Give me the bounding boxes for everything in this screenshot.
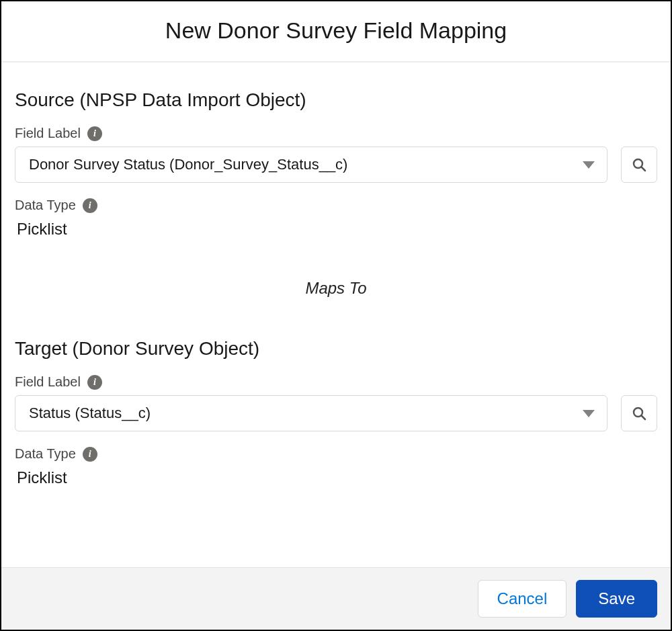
info-icon[interactable]: i <box>87 126 102 141</box>
source-field-label-row: Field Label i <box>15 126 657 141</box>
search-icon <box>631 405 647 421</box>
target-section: Target (Donor Survey Object) Field Label… <box>15 338 657 487</box>
info-icon[interactable]: i <box>83 447 97 462</box>
target-control-row: Status (Status__c) <box>15 395 657 431</box>
save-button[interactable]: Save <box>576 580 657 618</box>
target-field-label-row: Field Label i <box>15 374 657 390</box>
chevron-down-icon <box>583 161 595 169</box>
cancel-button[interactable]: Cancel <box>478 580 567 618</box>
source-lookup-button[interactable] <box>621 146 657 183</box>
info-icon[interactable]: i <box>87 375 102 390</box>
field-mapping-modal: New Donor Survey Field Mapping Source (N… <box>0 0 672 631</box>
chevron-down-icon <box>583 410 595 417</box>
source-heading: Source (NPSP Data Import Object) <box>15 89 657 111</box>
modal-body: Source (NPSP Data Import Object) Field L… <box>1 62 671 567</box>
target-data-type-row: Data Type i <box>15 446 657 462</box>
svg-line-3 <box>642 416 646 420</box>
info-icon[interactable]: i <box>83 198 97 213</box>
modal-footer: Cancel Save <box>1 567 671 630</box>
source-field-label-combobox[interactable]: Donor Survey Status (Donor_Survey_Status… <box>15 146 607 183</box>
maps-to-label: Maps To <box>15 279 657 298</box>
target-data-type-value: Picklist <box>17 468 657 487</box>
source-section: Source (NPSP Data Import Object) Field L… <box>15 89 657 239</box>
target-heading: Target (Donor Survey Object) <box>15 338 657 360</box>
source-data-type-caption: Data Type <box>15 198 76 213</box>
modal-header: New Donor Survey Field Mapping <box>1 1 671 62</box>
source-data-type-value: Picklist <box>17 220 657 239</box>
source-field-label-value: Donor Survey Status (Donor_Survey_Status… <box>29 156 347 173</box>
target-field-label-value: Status (Status__c) <box>29 405 151 422</box>
target-lookup-button[interactable] <box>621 395 657 431</box>
target-data-type-caption: Data Type <box>15 446 76 462</box>
source-data-type-row: Data Type i <box>15 198 657 213</box>
target-field-label-caption: Field Label <box>15 374 81 390</box>
target-field-label-combobox[interactable]: Status (Status__c) <box>15 395 607 431</box>
search-icon <box>631 157 647 173</box>
svg-line-1 <box>642 167 646 171</box>
modal-title: New Donor Survey Field Mapping <box>15 17 657 44</box>
source-field-label-caption: Field Label <box>15 126 81 141</box>
source-control-row: Donor Survey Status (Donor_Survey_Status… <box>15 146 657 183</box>
